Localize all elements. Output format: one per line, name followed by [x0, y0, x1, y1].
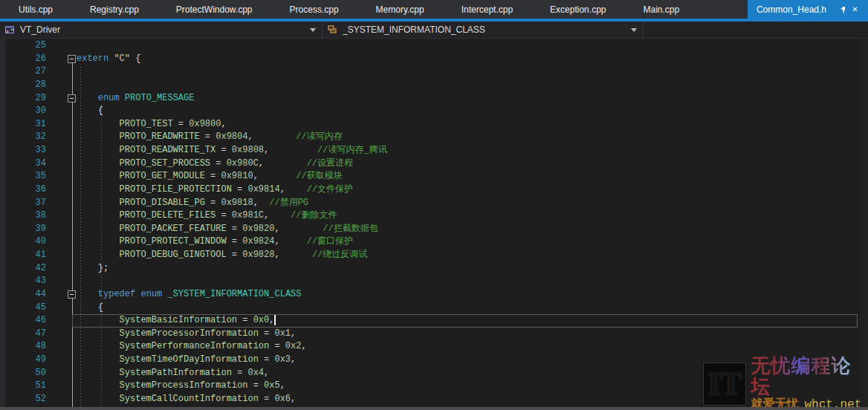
fold-margin	[46, 79, 77, 92]
code-text[interactable]: extern "C" {	[77, 53, 868, 66]
fold-margin	[46, 328, 77, 341]
navbar-empty-area	[644, 22, 868, 38]
code-line-43[interactable]: 43	[0, 275, 868, 288]
code-text[interactable]: PROTO_FILE_PROTECTION = 0x9814, //文件保护	[77, 183, 868, 197]
collapse-minus-icon[interactable]	[68, 290, 76, 299]
fold-margin	[46, 340, 77, 354]
code-text[interactable]: {	[77, 302, 868, 315]
code-line-27[interactable]: 27	[0, 65, 868, 79]
code-line-39[interactable]: 39 PROTO_PACKET_FEATURE = 0x9820, //拦截数据…	[0, 223, 868, 236]
code-line-32[interactable]: 32 PROTO_READWRITE = 0x9804, //读写内存	[0, 131, 868, 144]
tab-registry-cpp[interactable]: Registry.cpp	[71, 0, 158, 19]
fold-margin	[46, 118, 77, 131]
line-number: 49	[0, 354, 46, 367]
line-number: 30	[0, 105, 46, 118]
member-dropdown-value: _SYSTEM_INFORMATION_CLASS	[343, 25, 485, 35]
vertical-scrollbar[interactable]	[859, 39, 868, 407]
code-line-37[interactable]: 37 PROTO_DISABLE_PG = 0x9818, //禁用PG	[0, 197, 868, 210]
code-line-48[interactable]: 48 SystemPerformanceInformation = 0x2,	[0, 340, 868, 354]
code-text[interactable]: typedef enum _SYSTEM_INFORMATION_CLASS	[77, 288, 868, 302]
tab-process-cpp[interactable]: Process.cpp	[271, 0, 357, 19]
code-line-35[interactable]: 35 PROTO_GET_MODULE = 0x9810, //获取模块	[0, 170, 868, 183]
code-line-42[interactable]: 42 };	[0, 262, 868, 276]
code-line-36[interactable]: 36 PROTO_FILE_PROTECTION = 0x9814, //文件保…	[0, 183, 868, 197]
tab-label: ProtectWindow.cpp	[176, 4, 253, 15]
code-line-25[interactable]: 25	[0, 39, 868, 53]
tab-label: Exception.cpp	[550, 4, 606, 15]
line-number: 37	[0, 197, 46, 210]
tab-protectwindow-cpp[interactable]: ProtectWindow.cpp	[158, 0, 271, 19]
line-number: 26	[0, 53, 46, 66]
fold-margin	[46, 92, 77, 105]
close-icon[interactable]: ✕	[849, 4, 861, 15]
collapse-minus-icon[interactable]	[68, 94, 76, 102]
code-line-29[interactable]: 29 enum PROTO_MESSAGE	[0, 92, 868, 105]
fold-margin	[46, 53, 77, 66]
tab-memory-cpp[interactable]: Memory.cpp	[357, 0, 443, 19]
tab-label: Process.cpp	[290, 4, 339, 15]
tab-intercept-cpp[interactable]: Intercept.cpp	[443, 0, 531, 19]
code-editor-area[interactable]: 2526extern "C" {272829 enum PROTO_MESSAG…	[0, 39, 868, 410]
code-line-45[interactable]: 45 {	[0, 302, 868, 315]
line-number: 29	[0, 92, 46, 105]
line-number: 41	[0, 249, 46, 262]
tab-common-head-h[interactable]: Common_Head.h ✕	[748, 0, 868, 19]
fold-margin	[46, 380, 77, 393]
code-line-26[interactable]: 26extern "C" {	[0, 53, 868, 66]
member-scope-dropdown[interactable]: _SYSTEM_INFORMATION_CLASS	[323, 22, 644, 38]
code-text[interactable]: };	[77, 262, 868, 276]
code-line-41[interactable]: 41 PROTO_DEBUG_GINGTOOL = 0x9828, //绕过反调…	[0, 249, 868, 262]
pin-icon[interactable]	[836, 4, 847, 15]
tab-label: Utils.cpp	[19, 4, 53, 15]
code-text[interactable]: PROTO_GET_MODULE = 0x9810, //获取模块	[77, 170, 868, 183]
line-number: 28	[0, 79, 46, 92]
code-line-44[interactable]: 44 typedef enum _SYSTEM_INFORMATION_CLAS…	[0, 288, 868, 302]
tab-main-cpp[interactable]: Main.cpp	[624, 0, 698, 19]
fold-margin	[46, 209, 77, 223]
code-text[interactable]: PROTO_DEBUG_GINGTOOL = 0x9828, //绕过反调试	[77, 249, 868, 262]
line-number: 42	[0, 262, 46, 276]
line-number: 36	[0, 183, 46, 197]
fold-margin	[46, 223, 77, 236]
tab-label: Common_Head.h	[757, 4, 826, 15]
line-number: 38	[0, 209, 46, 223]
tab-utils-cpp[interactable]: Utils.cpp	[0, 0, 71, 19]
code-text[interactable]: PROTO_PROTECT_WINDOW = 0x9824, //窗口保护	[77, 235, 868, 249]
code-text[interactable]: PROTO_DISABLE_PG = 0x9818, //禁用PG	[77, 197, 868, 210]
line-number: 25	[0, 39, 46, 53]
code-line-38[interactable]: 38 PROTO_DELETE_FILES = 0x981C, //删除文件	[0, 209, 868, 223]
code-line-30[interactable]: 30 {	[0, 105, 868, 118]
fold-margin	[46, 65, 77, 79]
line-number: 31	[0, 118, 46, 131]
code-line-28[interactable]: 28	[0, 79, 868, 92]
code-line-46[interactable]: 46 SystemBasicInformation = 0x0,	[0, 314, 868, 328]
code-text[interactable]: enum PROTO_MESSAGE	[77, 92, 868, 105]
fold-margin	[46, 235, 77, 249]
project-dropdown-value: VT_Driver	[20, 25, 60, 35]
code-text[interactable]: {	[77, 105, 868, 118]
collapse-minus-icon[interactable]	[68, 55, 76, 63]
horizontal-scrollbar[interactable]	[0, 407, 868, 410]
code-text[interactable]: PROTO_READWRITE = 0x9804, //读写内存	[77, 131, 868, 144]
line-number: 47	[0, 328, 46, 341]
code-text[interactable]: PROTO_TEST = 0x9800,	[77, 118, 868, 131]
code-text[interactable]: PROTO_PACKET_FEATURE = 0x9820, //拦截数据包	[77, 223, 868, 236]
fold-margin	[46, 197, 77, 210]
code-text[interactable]: PROTO_DELETE_FILES = 0x981C, //删除文件	[77, 209, 868, 223]
fold-margin	[46, 105, 77, 118]
code-line-47[interactable]: 47 SystemProcessorInformation = 0x1,	[0, 328, 868, 341]
code-line-31[interactable]: 31 PROTO_TEST = 0x9800,	[0, 118, 868, 131]
code-line-40[interactable]: 40 PROTO_PROTECT_WINDOW = 0x9824, //窗口保护	[0, 235, 868, 249]
code-text[interactable]: PROTO_SET_PROCESS = 0x980C, //设置进程	[77, 157, 868, 171]
line-number: 32	[0, 131, 46, 144]
code-text[interactable]: SystemProcessorInformation = 0x1,	[77, 328, 868, 341]
code-text[interactable]: PROTO_READWRITE_TX = 0x9808, //读写内存_腾讯	[77, 144, 868, 157]
code-text[interactable]: SystemPerformanceInformation = 0x2,	[77, 340, 868, 354]
code-line-34[interactable]: 34 PROTO_SET_PROCESS = 0x980C, //设置进程	[0, 157, 868, 171]
line-number: 34	[0, 157, 46, 171]
project-scope-dropdown[interactable]: VT_Driver	[0, 22, 323, 38]
tab-exception-cpp[interactable]: Exception.cpp	[531, 0, 624, 19]
code-text[interactable]: SystemBasicInformation = 0x0,	[77, 314, 868, 328]
code-line-33[interactable]: 33 PROTO_READWRITE_TX = 0x9808, //读写内存_腾…	[0, 144, 868, 157]
watermark-title: 无忧编程论坛	[751, 355, 868, 397]
